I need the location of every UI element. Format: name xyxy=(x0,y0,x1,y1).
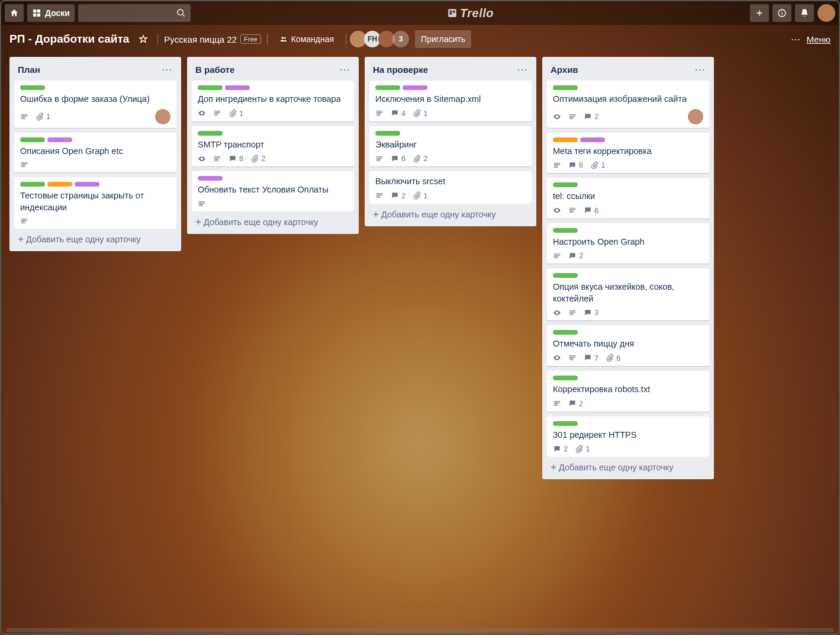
card-label xyxy=(20,182,45,187)
board-title[interactable]: РП - Доработки сайта xyxy=(9,33,129,46)
card[interactable]: Обновить текст Условия Оплаты xyxy=(192,171,354,211)
card[interactable]: Доп ингредиенты в карточке товара 1 xyxy=(192,81,354,121)
svg-rect-2 xyxy=(453,11,455,14)
list-title[interactable]: План xyxy=(18,65,162,75)
watch-icon xyxy=(553,206,561,214)
home-button[interactable] xyxy=(5,4,24,22)
card[interactable]: tel: ссылки 6 xyxy=(547,178,709,219)
card-title: Тестовые страницы закрыть от индексации xyxy=(20,190,170,213)
board-canvas[interactable]: План ⋯ Ошибка в форме заказа (Улица) 1 О… xyxy=(1,53,839,634)
member-count[interactable]: 3 xyxy=(392,31,409,47)
description-icon xyxy=(568,206,577,214)
attachments-badge: 6 xyxy=(606,354,620,363)
notifications-button[interactable] xyxy=(795,4,814,22)
card[interactable]: Настроить Open Graph 2 xyxy=(547,223,709,264)
watch-icon xyxy=(553,113,561,121)
card[interactable]: Выключить srcset 21 xyxy=(369,171,532,204)
description-icon xyxy=(375,109,384,117)
svg-point-5 xyxy=(284,37,286,39)
card-label xyxy=(75,182,99,187)
card[interactable]: Корректировка robots.txt 2 xyxy=(547,371,709,412)
description-icon xyxy=(213,155,221,163)
card[interactable]: Оптимизация изображений сайта 2 xyxy=(547,81,709,128)
user-avatar[interactable] xyxy=(818,4,835,22)
list-cards: Оптимизация изображений сайта 2 Meta тег… xyxy=(547,81,709,457)
attachments-badge: 1 xyxy=(575,444,590,453)
comments-badge: 4 xyxy=(391,109,405,118)
card[interactable]: Эквайринг 62 xyxy=(369,126,532,167)
svg-point-4 xyxy=(281,37,284,39)
card[interactable]: Тестовые страницы закрыть от индексации xyxy=(14,177,176,229)
horizontal-scrollbar[interactable] xyxy=(6,628,834,633)
create-button[interactable] xyxy=(750,4,769,22)
description-icon xyxy=(568,309,577,317)
list-title[interactable]: Архив xyxy=(551,65,694,75)
app-logo[interactable]: Trello xyxy=(194,7,746,20)
card-title: tel: ссылки xyxy=(553,191,703,203)
card[interactable]: Исключения в Sitemap.xml 41 xyxy=(369,81,532,121)
svg-rect-1 xyxy=(449,11,452,15)
invite-button[interactable]: Пригласить xyxy=(415,30,471,48)
comments-badge: 2 xyxy=(553,444,568,453)
comments-badge: 2 xyxy=(568,251,583,260)
visibility-button[interactable]: Командная xyxy=(273,30,340,48)
card-title: Доп ингредиенты в карточке товара xyxy=(198,94,348,105)
menu-button[interactable]: Меню xyxy=(806,34,831,44)
card[interactable]: Meta теги корректировка 61 xyxy=(547,133,709,174)
card[interactable]: Описания Open Graph etc xyxy=(14,133,176,173)
description-icon xyxy=(20,113,28,121)
card-title: Оптимизация изображений сайта xyxy=(553,94,703,105)
description-icon xyxy=(375,155,384,163)
card-label xyxy=(20,137,45,142)
attachments-badge: 2 xyxy=(413,154,427,163)
list-menu-button[interactable]: ⋯ xyxy=(162,63,173,76)
card-member-avatar[interactable] xyxy=(155,109,170,124)
description-icon xyxy=(20,217,28,225)
comments-badge: 8 xyxy=(228,154,243,163)
list: В работе ⋯ Доп ингредиенты в карточке то… xyxy=(187,57,359,234)
card[interactable]: Опция вкуса чизкейков, соков, коктейлей … xyxy=(547,268,709,320)
team-name[interactable]: Русская пицца 22 Free xyxy=(164,34,260,44)
comments-badge: 3 xyxy=(584,308,598,317)
list-menu-button[interactable]: ⋯ xyxy=(517,63,528,76)
card-member-avatar[interactable] xyxy=(688,109,703,124)
card-label xyxy=(403,85,427,90)
bell-icon xyxy=(800,8,809,18)
card[interactable]: 301 редирект HTTPS 21 xyxy=(547,416,709,457)
card-label xyxy=(553,182,578,187)
card[interactable]: SMTP транспорт 82 xyxy=(192,126,354,167)
star-button[interactable] xyxy=(135,31,152,47)
card-label xyxy=(553,85,578,90)
card-title: Отмечать пиццу дня xyxy=(553,338,703,350)
card-label xyxy=(553,137,578,142)
separator xyxy=(267,34,268,44)
boards-button[interactable]: Доски xyxy=(27,4,75,22)
list-menu-button[interactable]: ⋯ xyxy=(694,63,706,76)
list-cards: Доп ингредиенты в карточке товара 1 SMTP… xyxy=(192,81,354,211)
description-icon xyxy=(375,191,384,200)
list-menu-button[interactable]: ⋯ xyxy=(339,63,350,76)
card[interactable]: Ошибка в форме заказа (Улица) 1 xyxy=(14,81,176,128)
card[interactable]: Отмечать пиццу дня 76 xyxy=(547,325,709,366)
card-label xyxy=(553,273,578,278)
description-icon xyxy=(553,161,561,169)
card-label xyxy=(198,85,223,90)
list-title[interactable]: В работе xyxy=(195,65,339,75)
card-title: Обновить текст Условия Оплаты xyxy=(198,184,348,196)
member-stack[interactable]: FH 3 xyxy=(352,31,409,47)
comments-badge: 2 xyxy=(584,112,598,121)
list-cards: Исключения в Sitemap.xml 41 Эквайринг 62… xyxy=(369,81,532,204)
info-button[interactable] xyxy=(773,4,791,22)
comments-badge: 6 xyxy=(391,154,405,163)
list-cards: Ошибка в форме заказа (Улица) 1 Описания… xyxy=(14,81,176,229)
attachments-badge: 2 xyxy=(250,154,265,163)
add-card-button[interactable]: Добавить еще одну карточку xyxy=(547,457,709,474)
add-card-button[interactable]: Добавить еще одну карточку xyxy=(369,204,532,222)
add-card-button[interactable]: Добавить еще одну карточку xyxy=(14,229,176,246)
list-title[interactable]: На проверке xyxy=(373,65,517,75)
plan-badge: Free xyxy=(240,34,261,44)
list: На проверке ⋯ Исключения в Sitemap.xml 4… xyxy=(365,57,536,226)
watch-icon xyxy=(198,155,206,163)
search-input[interactable] xyxy=(78,4,191,22)
add-card-button[interactable]: Добавить еще одну карточку xyxy=(192,211,354,229)
